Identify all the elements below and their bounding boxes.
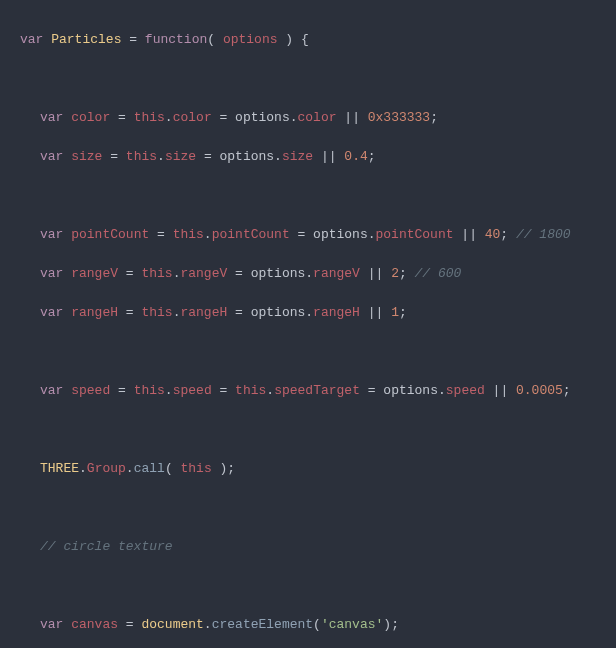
code-line: // circle texture bbox=[0, 537, 616, 557]
comment: // 600 bbox=[415, 266, 462, 281]
comment: // circle texture bbox=[40, 539, 173, 554]
blank-line bbox=[0, 186, 616, 206]
blank-line bbox=[0, 576, 616, 596]
blank-line bbox=[0, 498, 616, 518]
code-line: var pointCount = this.pointCount = optio… bbox=[0, 225, 616, 245]
code-line: var canvas = document.createElement('can… bbox=[0, 615, 616, 635]
code-line: var rangeV = this.rangeV = options.range… bbox=[0, 264, 616, 284]
code-line: var speed = this.speed = this.speedTarge… bbox=[0, 381, 616, 401]
blank-line bbox=[0, 69, 616, 89]
blank-line bbox=[0, 342, 616, 362]
code-line: THREE.Group.call( this ); bbox=[0, 459, 616, 479]
blank-line bbox=[0, 420, 616, 440]
param: options bbox=[223, 32, 278, 47]
function-name: Particles bbox=[51, 32, 121, 47]
code-line: var Particles = function( options ) { bbox=[0, 30, 616, 50]
keyword-function: function bbox=[145, 32, 207, 47]
keyword-var: var bbox=[20, 32, 43, 47]
code-line: var color = this.color = options.color |… bbox=[0, 108, 616, 128]
code-block: var Particles = function( options ) { va… bbox=[0, 0, 616, 648]
code-line: var size = this.size = options.size || 0… bbox=[0, 147, 616, 167]
comment: // 1800 bbox=[516, 227, 571, 242]
code-line: var rangeH = this.rangeH = options.range… bbox=[0, 303, 616, 323]
